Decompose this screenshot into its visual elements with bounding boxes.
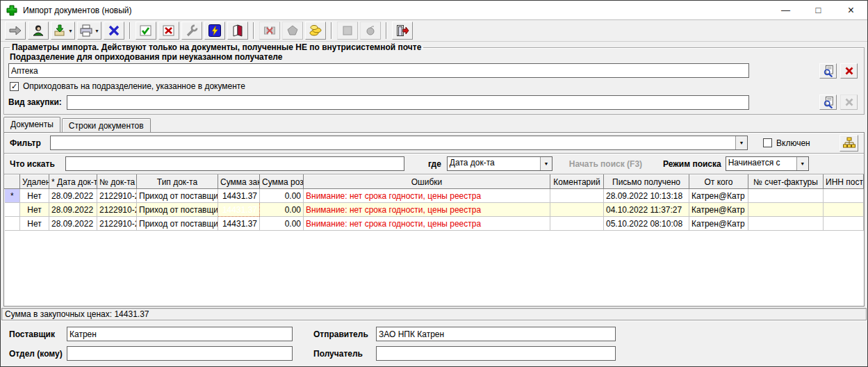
- user-button[interactable]: [28, 22, 49, 40]
- cell-invoice-number[interactable]: [748, 203, 824, 217]
- purchase-type-clear-button[interactable]: [840, 95, 858, 110]
- cell-invoice-number[interactable]: [748, 189, 824, 203]
- chevron-down-icon[interactable]: ▼: [735, 136, 747, 149]
- cell-comment[interactable]: [550, 217, 604, 231]
- supplier-input[interactable]: [67, 327, 293, 341]
- cell-mail-received[interactable]: 05.10.2022 08:10:08: [604, 217, 689, 231]
- settings-button[interactable]: [181, 22, 202, 40]
- chevron-down-icon[interactable]: ▼: [796, 157, 808, 170]
- table-row[interactable]: Нет 28.09.2022 2122910-24 Приход от пост…: [5, 203, 864, 217]
- cell-sum-retail[interactable]: 0.00: [260, 217, 304, 231]
- cell-sum-retail[interactable]: 0.00: [260, 203, 304, 217]
- tab-documents[interactable]: Документы: [3, 117, 60, 132]
- column-header-invoice-number[interactable]: № счет-фактуры: [748, 175, 824, 189]
- cell-doc-type[interactable]: Приход от поставщика: [137, 217, 218, 231]
- detach-button[interactable]: [259, 22, 280, 40]
- cell-invoice-number[interactable]: [748, 217, 824, 231]
- column-header-from[interactable]: От кого: [689, 175, 748, 189]
- cell-from[interactable]: Катрен@Катр: [689, 217, 748, 231]
- record-marker-cell[interactable]: [5, 203, 20, 217]
- tab-document-lines[interactable]: Строки документов: [62, 118, 151, 132]
- sphere-button[interactable]: [360, 22, 381, 40]
- cell-errors[interactable]: Внимание: нет срока годности, цены реест…: [304, 217, 550, 231]
- search-what-input[interactable]: [65, 156, 404, 171]
- cell-mail-received[interactable]: 04.10.2022 11:37:27: [604, 203, 689, 217]
- column-header-sum-retail[interactable]: Сумма роз.: [260, 175, 304, 189]
- cell-doc-type[interactable]: Приход от поставщика: [137, 203, 218, 217]
- cell-mail-received[interactable]: 28.09.2022 10:13:18: [604, 189, 689, 203]
- maximize-button[interactable]: □: [802, 1, 835, 19]
- process-button[interactable]: [204, 22, 225, 40]
- filter-hierarchy-button[interactable]: [840, 135, 858, 152]
- column-header-doc-date[interactable]: * Дата док-та: [49, 175, 97, 189]
- column-header-doc-number[interactable]: № док-та: [97, 175, 137, 189]
- cell-comment[interactable]: [550, 203, 604, 217]
- column-header-mail-received[interactable]: Письмо получено: [604, 175, 689, 189]
- stone-button[interactable]: [282, 22, 303, 40]
- cell-deleted[interactable]: Нет: [20, 203, 49, 217]
- cell-doc-number[interactable]: 2122910-24: [97, 203, 137, 217]
- cell-inn[interactable]: [824, 189, 864, 203]
- cell-doc-date[interactable]: 28.09.2022: [49, 217, 97, 231]
- export-package-button[interactable]: ▼: [51, 22, 75, 40]
- cell-inn[interactable]: [824, 217, 864, 231]
- journal-button[interactable]: [227, 22, 248, 40]
- unmark-all-button[interactable]: [158, 22, 179, 40]
- cell-from[interactable]: Катрен@Катр: [689, 203, 748, 217]
- column-header-sum-purchase[interactable]: Сумма зак.: [218, 175, 260, 189]
- start-search-button[interactable]: Начать поиск (F3): [569, 159, 642, 169]
- cell-doc-date[interactable]: 28.09.2022: [49, 203, 97, 217]
- cell-comment[interactable]: [550, 189, 604, 203]
- division-input[interactable]: [8, 63, 749, 78]
- chevron-down-icon[interactable]: ▼: [68, 28, 73, 33]
- print-button[interactable]: ▼: [77, 22, 101, 40]
- purchase-type-lookup-button[interactable]: [819, 95, 837, 110]
- chevron-down-icon[interactable]: ▼: [95, 28, 99, 33]
- search-mode-combobox[interactable]: Начинается с ▼: [726, 156, 809, 171]
- cell-doc-date[interactable]: 28.09.2022: [49, 189, 97, 203]
- filter-combobox-value[interactable]: [51, 136, 735, 149]
- purchase-type-input[interactable]: [67, 95, 749, 110]
- cell-sum-retail[interactable]: 0.00: [260, 189, 304, 203]
- column-header-deleted[interactable]: Удален: [20, 175, 49, 189]
- filter-enabled-checkbox-box[interactable]: [763, 138, 772, 147]
- minimize-button[interactable]: —: [769, 1, 802, 19]
- division-clear-button[interactable]: [840, 63, 858, 79]
- cell-deleted[interactable]: Нет: [20, 189, 49, 203]
- column-header-errors[interactable]: Ошибки: [304, 175, 550, 189]
- money-button[interactable]: [305, 22, 326, 40]
- close-button[interactable]: ×: [835, 1, 867, 19]
- mark-all-button[interactable]: [136, 22, 156, 40]
- cell-doc-number[interactable]: 2122910-24: [97, 189, 137, 203]
- division-lookup-button[interactable]: [819, 63, 837, 79]
- checkbox-check-icon[interactable]: ✓: [10, 82, 19, 91]
- cancel-button[interactable]: [104, 22, 124, 40]
- search-where-combobox[interactable]: Дата док-та ▼: [447, 156, 552, 171]
- cell-errors[interactable]: Внимание: нет срока годности, цены реест…: [304, 189, 550, 203]
- search-where-value[interactable]: Дата док-та: [448, 157, 540, 170]
- exit-button[interactable]: [392, 22, 413, 40]
- post-to-document-division-checkbox[interactable]: ✓ Оприходовать на подразделение, указанн…: [10, 81, 860, 91]
- cell-from[interactable]: Катрен@Катр: [689, 189, 748, 203]
- selected-cell-sum-purchase[interactable]: 14431.37: [218, 203, 260, 217]
- search-mode-value[interactable]: Начинается с: [726, 157, 796, 170]
- archive-button[interactable]: [337, 22, 358, 40]
- cell-sum-purchase[interactable]: 14431.37: [218, 189, 260, 203]
- table-row[interactable]: * Нет 28.09.2022 2122910-24 Приход от по…: [5, 189, 864, 203]
- sender-input[interactable]: [376, 327, 616, 341]
- table-row[interactable]: Нет 28.09.2022 2122910-24 Приход от пост…: [5, 217, 864, 231]
- filter-enabled-checkbox[interactable]: Включен: [763, 138, 810, 148]
- record-marker-cell[interactable]: [5, 217, 20, 231]
- cell-doc-type[interactable]: Приход от поставщика: [137, 189, 218, 203]
- column-header-comment[interactable]: Коментарий: [550, 175, 604, 189]
- cell-deleted[interactable]: Нет: [20, 217, 49, 231]
- chevron-down-icon[interactable]: ▼: [540, 157, 552, 170]
- record-marker-cell[interactable]: *: [5, 189, 20, 203]
- column-header-marker[interactable]: [5, 175, 20, 189]
- column-header-doc-type[interactable]: Тип док-та: [137, 175, 218, 189]
- column-header-inn[interactable]: ИНН пост: [824, 175, 864, 189]
- cell-inn[interactable]: [824, 203, 864, 217]
- department-input[interactable]: [67, 346, 293, 361]
- cell-sum-purchase[interactable]: 14431.37: [218, 217, 260, 231]
- cell-doc-number[interactable]: 2122910-24: [97, 217, 137, 231]
